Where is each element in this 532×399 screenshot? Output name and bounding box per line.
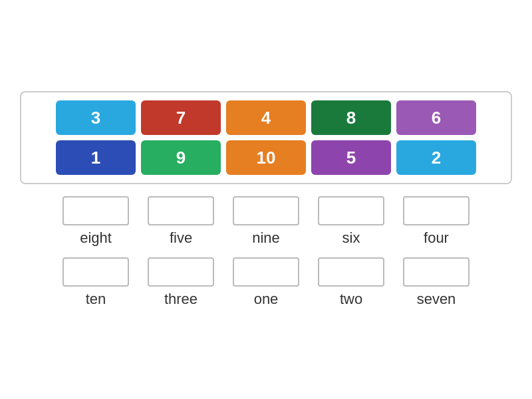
word-label-nine: nine — [252, 229, 280, 247]
word-label-one: one — [254, 291, 279, 308]
tiles-box: 37486 191052 — [20, 91, 512, 184]
words-section: eightfiveninesixfour tenthreeonetwoseven — [20, 196, 512, 308]
main-container: 37486 191052 eightfiveninesixfour tenthr… — [20, 91, 512, 308]
tile-8[interactable]: 8 — [311, 100, 391, 135]
tile-2[interactable]: 2 — [396, 140, 476, 175]
tile-1[interactable]: 1 — [56, 140, 136, 175]
tile-5[interactable]: 5 — [311, 140, 391, 175]
word-item-three: three — [141, 257, 221, 308]
drop-zone-five[interactable] — [148, 196, 214, 225]
tile-10[interactable]: 10 — [226, 140, 306, 175]
drop-zone-nine[interactable] — [233, 196, 299, 225]
tile-4[interactable]: 4 — [226, 100, 306, 135]
words-row-2: tenthreeonetwoseven — [20, 257, 512, 308]
word-item-seven: seven — [396, 257, 476, 308]
word-item-four: four — [396, 196, 476, 247]
word-item-two: two — [311, 257, 391, 308]
drop-zone-eight[interactable] — [63, 196, 129, 225]
drop-zone-four[interactable] — [403, 196, 469, 225]
tiles-row-2: 191052 — [32, 140, 500, 175]
tiles-row-1: 37486 — [32, 100, 500, 135]
tile-9[interactable]: 9 — [141, 140, 221, 175]
drop-zone-seven[interactable] — [403, 257, 469, 287]
tile-3[interactable]: 3 — [56, 100, 136, 135]
word-label-seven: seven — [417, 291, 456, 308]
word-label-three: three — [164, 291, 198, 308]
word-item-five: five — [141, 196, 221, 247]
word-label-ten: ten — [86, 291, 106, 308]
word-item-one: one — [226, 257, 306, 308]
drop-zone-one[interactable] — [233, 257, 299, 287]
drop-zone-six[interactable] — [318, 196, 384, 225]
tile-6[interactable]: 6 — [396, 100, 476, 135]
drop-zone-ten[interactable] — [63, 257, 129, 287]
word-item-nine: nine — [226, 196, 306, 247]
drop-zone-two[interactable] — [318, 257, 384, 287]
word-label-two: two — [340, 291, 362, 308]
word-label-five: five — [170, 229, 192, 247]
drop-zone-three[interactable] — [148, 257, 214, 287]
word-label-eight: eight — [80, 229, 112, 247]
word-item-six: six — [311, 196, 391, 247]
word-item-ten: ten — [56, 257, 136, 308]
word-label-four: four — [424, 229, 449, 247]
tile-7[interactable]: 7 — [141, 100, 221, 135]
word-label-six: six — [342, 229, 360, 247]
word-item-eight: eight — [56, 196, 136, 247]
words-row-1: eightfiveninesixfour — [20, 196, 512, 247]
